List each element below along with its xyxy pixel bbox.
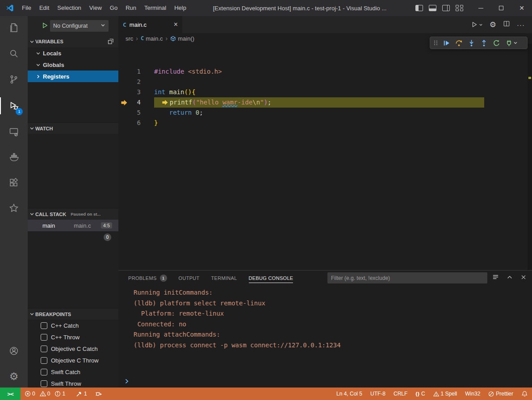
breakpoint-checkbox[interactable]	[41, 322, 47, 329]
debug-status-item[interactable]	[91, 388, 106, 400]
encoding-item[interactable]: UTF-8	[366, 388, 390, 400]
menu-edit[interactable]: Edit	[35, 0, 53, 16]
breakpoint-item[interactable]: C++ Throw	[28, 331, 118, 343]
run-file-button[interactable]	[471, 21, 483, 28]
close-button[interactable]: ✕	[511, 0, 532, 16]
activity-favorites[interactable]	[0, 197, 28, 219]
variables-scope-registers[interactable]: Registers	[28, 71, 118, 82]
watch-section-header[interactable]: WATCH	[28, 122, 118, 134]
settings-gear-icon[interactable]: ⚙	[490, 21, 496, 29]
tab-problems[interactable]: PROBLEMS 1	[128, 271, 167, 285]
breakpoint-checkbox[interactable]	[41, 369, 47, 375]
code-line-3[interactable]: 3int main(){	[118, 87, 532, 97]
formatter-item[interactable]: Prettier	[484, 388, 517, 400]
debug-console[interactable]: Running initCommands:(lldb) platform sel…	[118, 285, 532, 388]
glyph-margin[interactable]	[118, 87, 132, 97]
activity-settings[interactable]: ⚙	[0, 366, 28, 387]
menu-run[interactable]: Run	[121, 0, 140, 16]
breadcrumb-symbol[interactable]: main()	[170, 35, 194, 42]
activity-search[interactable]	[0, 43, 28, 64]
toggle-secondary-sidebar-icon[interactable]	[442, 5, 450, 11]
step-out-button[interactable]	[478, 37, 490, 49]
split-editor-icon[interactable]	[503, 20, 510, 29]
menu-view[interactable]: View	[85, 0, 106, 16]
activity-source-control[interactable]	[0, 69, 28, 90]
close-panel-icon[interactable]	[520, 274, 527, 282]
tab-main-c[interactable]: C main.c ×	[118, 16, 182, 33]
menu-go[interactable]: Go	[106, 0, 121, 16]
breakpoint-item[interactable]: Objective C Catch	[28, 343, 118, 354]
step-into-button[interactable]	[465, 37, 478, 49]
language-mode-item[interactable]: {} C	[411, 388, 429, 400]
variables-scope-globals[interactable]: Globals	[28, 59, 118, 71]
code-editor[interactable]: 1#include <stdio.h>23int main(){4 printf…	[118, 44, 532, 270]
more-actions-icon[interactable]: ···	[517, 21, 525, 29]
overview-ruler[interactable]	[528, 44, 532, 270]
code-line-5[interactable]: 5 return 0;	[118, 108, 532, 118]
breakpoint-item[interactable]: Objective C Throw	[28, 354, 118, 366]
activity-accounts[interactable]	[0, 340, 28, 362]
glyph-margin[interactable]	[118, 118, 132, 128]
maximize-button[interactable]	[491, 0, 511, 16]
remote-indicator[interactable]: ><	[0, 388, 21, 400]
tab-close-icon[interactable]: ×	[174, 21, 178, 28]
activity-extensions[interactable]	[0, 172, 28, 193]
breakpoint-item[interactable]: Swift Throw	[28, 378, 118, 388]
variables-section-header[interactable]: VARIABLES	[28, 36, 118, 47]
tab-terminal[interactable]: TERMINAL	[211, 271, 237, 285]
menu-terminal[interactable]: Terminal	[140, 0, 170, 16]
customize-layout-icon[interactable]	[456, 5, 463, 11]
breakpoint-checkbox[interactable]	[41, 380, 47, 387]
console-menu-icon[interactable]	[492, 274, 499, 282]
tab-debug-console[interactable]: DEBUG CONSOLE	[249, 271, 293, 285]
activity-docker[interactable]	[0, 146, 28, 168]
tab-output[interactable]: OUTPUT	[179, 271, 200, 285]
breakpoint-checkbox[interactable]	[41, 334, 47, 341]
toolbar-drag-handle[interactable]	[432, 37, 440, 49]
menu-file[interactable]: File	[18, 0, 35, 16]
notifications-item[interactable]	[517, 388, 532, 400]
call-stack-frame[interactable]: main main.c 4:5	[28, 220, 118, 231]
glyph-margin[interactable]	[118, 77, 132, 87]
code-line-1[interactable]: 1#include <stdio.h>	[118, 67, 532, 77]
step-over-button[interactable]	[452, 37, 465, 49]
console-prompt[interactable]	[124, 378, 130, 384]
code-line-4[interactable]: 4 printf("hello wamr-ide\n");	[118, 97, 532, 108]
toggle-sidebar-icon[interactable]	[415, 5, 423, 11]
call-stack-section-header[interactable]: CALL STACK Paused on st...	[28, 208, 118, 220]
platform-item[interactable]: Win32	[461, 388, 484, 400]
code-line-2[interactable]: 2	[118, 77, 532, 87]
console-filter-input[interactable]	[327, 272, 487, 283]
continue-button[interactable]	[440, 37, 452, 49]
breakpoint-item[interactable]: C++ Catch	[28, 320, 118, 331]
minimize-button[interactable]	[470, 0, 491, 16]
glyph-margin[interactable]	[118, 67, 132, 77]
debug-session-dropdown-icon[interactable]	[512, 37, 519, 49]
spell-checker-item[interactable]: 1 Spell	[429, 388, 461, 400]
cursor-position-item[interactable]: Ln 4, Col 5	[332, 388, 366, 400]
breadcrumb-file[interactable]: C main.c	[141, 35, 163, 42]
breakpoint-checkbox[interactable]	[41, 346, 47, 352]
collapse-all-icon[interactable]	[108, 38, 114, 45]
debug-configuration-dropdown[interactable]: No Configurat	[50, 20, 109, 32]
eol-item[interactable]: CRLF	[390, 388, 411, 400]
problems-status-item[interactable]: 0 0 1	[21, 388, 72, 400]
tools-status-item[interactable]: 1	[72, 388, 91, 400]
maximize-panel-icon[interactable]	[507, 274, 513, 282]
restart-button[interactable]	[490, 37, 503, 49]
activity-explorer[interactable]	[0, 17, 28, 38]
glyph-margin[interactable]	[118, 97, 132, 108]
menu-help[interactable]: Help	[170, 0, 190, 16]
breakpoints-section-header[interactable]: BREAKPOINTS	[28, 308, 118, 320]
toggle-panel-icon[interactable]	[429, 5, 436, 11]
breakpoint-checkbox[interactable]	[41, 357, 47, 364]
glyph-margin[interactable]	[118, 108, 132, 118]
activity-remote-explorer[interactable]	[0, 121, 28, 142]
start-debug-button[interactable]	[42, 22, 48, 30]
activity-run-debug[interactable]: 1	[0, 95, 28, 117]
code-line-6[interactable]: 6}	[118, 118, 532, 128]
variables-scope-locals[interactable]: Locals	[28, 47, 118, 59]
breadcrumb-folder[interactable]: src	[126, 35, 133, 42]
menu-selection[interactable]: Selection	[53, 0, 85, 16]
breakpoint-item[interactable]: Swift Catch	[28, 366, 118, 378]
